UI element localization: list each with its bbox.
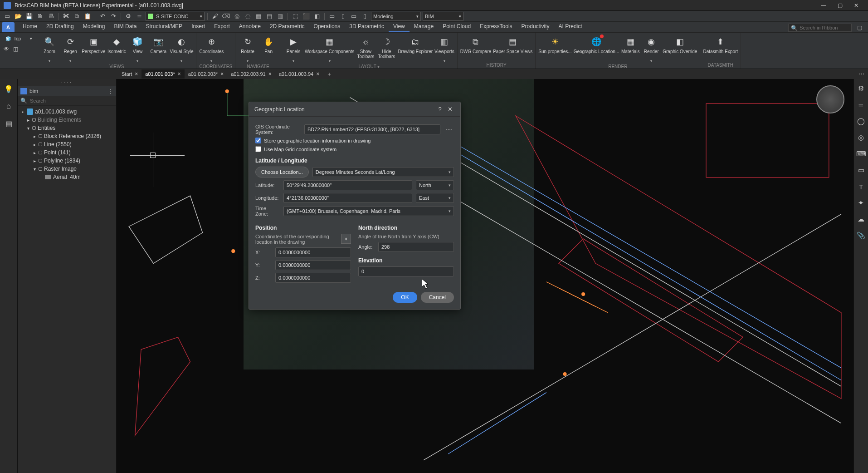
workspace-components-tool[interactable]: ▦Workspace Components▾ <box>305 34 354 63</box>
view-direction-combo[interactable]: 🧊Top ▾ <box>3 34 34 43</box>
saveall-icon[interactable]: 🗎 <box>35 12 44 21</box>
doc-tab[interactable]: Start× <box>118 69 141 79</box>
tree-item[interactable]: Polyline (1834) <box>44 158 80 164</box>
menu-tab-productivity[interactable]: Productivity <box>517 21 554 32</box>
lat-hemi-select[interactable]: North▾ <box>416 180 454 190</box>
elevation-input[interactable] <box>358 266 454 276</box>
screen-icon[interactable]: ▭ <box>856 165 866 175</box>
cut-icon[interactable]: ✀ <box>61 12 70 21</box>
close-tab-icon[interactable]: × <box>135 71 138 77</box>
eye-icon[interactable]: 👁 <box>3 45 10 53</box>
isometric-tool[interactable]: ◆Isometric <box>107 34 126 59</box>
view-tool[interactable]: 🧊View▾ <box>128 34 147 63</box>
sheet1-icon[interactable]: ▭ <box>327 12 336 21</box>
format-select[interactable]: Degrees Minutes Seconds Lat/Long▾ <box>312 167 454 177</box>
lon-hemi-select[interactable]: East▾ <box>416 193 454 203</box>
x-input[interactable] <box>275 247 351 257</box>
redo-icon[interactable]: ↷ <box>109 12 118 21</box>
close-window-button[interactable]: ✕ <box>848 0 864 10</box>
mapgrid-checkbox[interactable] <box>255 146 261 152</box>
cancel-button[interactable]: Cancel <box>421 292 454 303</box>
text-icon[interactable]: T <box>856 182 866 192</box>
datasmith-export-tool[interactable]: ⬆Datasmith Export <box>703 34 738 59</box>
menu-tab-3d-parametric[interactable]: 3D Parametric <box>345 21 389 32</box>
menu-tab-expresstools[interactable]: ExpressTools <box>475 21 517 32</box>
close-tab-icon[interactable]: × <box>316 71 319 77</box>
close-tab-icon[interactable]: × <box>220 71 224 77</box>
dialog-help-button[interactable]: ? <box>435 106 445 113</box>
materials-tool[interactable]: ▦Materials <box>621 34 640 59</box>
structure-icon[interactable]: ▤ <box>3 118 14 129</box>
latitude-input[interactable] <box>283 180 412 190</box>
angle-input[interactable] <box>378 242 454 252</box>
doc-tab[interactable]: a01.002.003*× <box>185 69 227 79</box>
longitude-input[interactable] <box>283 193 412 203</box>
save-icon[interactable]: 💾 <box>24 12 34 21</box>
pan-tool[interactable]: ✋Pan <box>259 34 278 59</box>
maximize-button[interactable]: ▢ <box>832 0 848 10</box>
workspace-combo[interactable]: Modeling▾ <box>371 12 421 21</box>
undo-icon[interactable]: ↶ <box>98 12 107 21</box>
regen-tool[interactable]: ⟳Regen▾ <box>61 34 80 63</box>
copy-icon[interactable]: ⧉ <box>72 12 81 21</box>
sheet3-icon[interactable]: ▭ <box>349 12 358 21</box>
minimize-button[interactable]: — <box>815 0 832 10</box>
tree-building-elements[interactable]: Building Elements <box>38 117 81 123</box>
structure-tree[interactable]: ▪a01.001.003.dwg ▸Building Elements ▾Ent… <box>18 106 116 183</box>
menu-tab-home[interactable]: Home <box>18 21 42 32</box>
pick-point-button[interactable]: ⌖ <box>341 234 351 244</box>
cube2-icon[interactable]: ⬛ <box>302 12 311 21</box>
layer-combo[interactable]: S-SITE-CONC▾ <box>146 12 205 21</box>
graphic-override-tool[interactable]: ◧Graphic Override <box>663 34 697 59</box>
cube1-icon[interactable]: ⬚ <box>291 12 300 21</box>
coordinates-tool[interactable]: ⊕Coordinates▾ <box>199 34 224 63</box>
tabs-overflow-button[interactable]: ⋯ <box>859 71 864 77</box>
config-icon[interactable]: ⚙ <box>124 12 133 21</box>
geographic-location-tool[interactable]: 🌐Geographic Location... <box>574 34 619 59</box>
target-icon[interactable]: ◎ <box>856 133 866 143</box>
cube3-icon[interactable]: ◧ <box>312 12 322 21</box>
menu-tab-2d-drafting[interactable]: 2D Drafting <box>42 21 78 32</box>
store-checkbox[interactable] <box>255 138 261 143</box>
choose-location-button[interactable]: Choose Location... <box>255 167 309 177</box>
discipline-combo[interactable]: BIM▾ <box>423 12 463 21</box>
sun-properties-tool[interactable]: ☀Sun properties... <box>538 34 571 59</box>
cloud-icon[interactable]: ☁ <box>856 214 866 224</box>
sheet4-icon[interactable]: ▯ <box>360 12 369 21</box>
timezone-select[interactable]: (GMT+01:00) Brussels, Copenhagen, Madrid… <box>283 206 454 216</box>
home-icon[interactable]: ⌂ <box>3 101 14 112</box>
app-menu-button[interactable]: A <box>2 22 15 32</box>
menu-tab-bim-data[interactable]: BIM Data <box>109 21 141 32</box>
print-icon[interactable]: 🖶 <box>46 12 55 21</box>
tree-item[interactable]: Block Reference (2826) <box>44 133 101 139</box>
star-icon[interactable]: ✦ <box>856 198 866 208</box>
section-icon[interactable]: ▦ <box>254 12 263 21</box>
tree-item[interactable]: Raster Image <box>44 166 77 172</box>
panel-options-icon[interactable]: ⋮ <box>108 88 113 94</box>
menu-tab-point-cloud[interactable]: Point Cloud <box>438 21 475 32</box>
layer-icon[interactable]: ≣ <box>135 12 144 21</box>
hide-icon[interactable]: ◌ <box>243 12 252 21</box>
paint-icon[interactable]: 🖌 <box>210 12 219 21</box>
drawing-toolbars-hide-tool[interactable]: ☽HideToolbars <box>377 34 396 59</box>
menu-tab-structural/mep[interactable]: Structural/MEP <box>141 21 187 32</box>
z-input[interactable] <box>275 273 351 283</box>
y-input[interactable] <box>275 260 351 270</box>
add-tab-button[interactable]: ＋ <box>323 70 336 78</box>
tree-item[interactable]: Line (2550) <box>44 141 72 148</box>
attach-icon[interactable]: 📎 <box>856 231 866 241</box>
grid-icon[interactable]: ▥ <box>276 12 285 21</box>
tree-entities[interactable]: Entities <box>38 125 55 131</box>
paste-icon[interactable]: 📋 <box>83 12 92 21</box>
menu-tab-modeling[interactable]: Modeling <box>78 21 110 32</box>
drawing-explorer-tool[interactable]: 🗂Drawing Explorer <box>398 34 433 59</box>
tree-raster-child[interactable]: Aerial_40m <box>53 174 81 180</box>
settings-slider-icon[interactable]: ⚙ <box>856 84 866 94</box>
menu-tab-export[interactable]: Export <box>210 21 234 32</box>
drawing-toolbars-show-tool[interactable]: ☼ShowToolbars <box>356 34 375 59</box>
close-tab-icon[interactable]: × <box>268 71 272 77</box>
paper-space-views-tool[interactable]: ▤Paper Space Views <box>493 34 532 59</box>
tree-item[interactable]: Point (141) <box>44 149 71 156</box>
open-icon[interactable]: 📂 <box>14 12 23 21</box>
doc-tab[interactable]: a01.002.003.91× <box>227 69 275 79</box>
